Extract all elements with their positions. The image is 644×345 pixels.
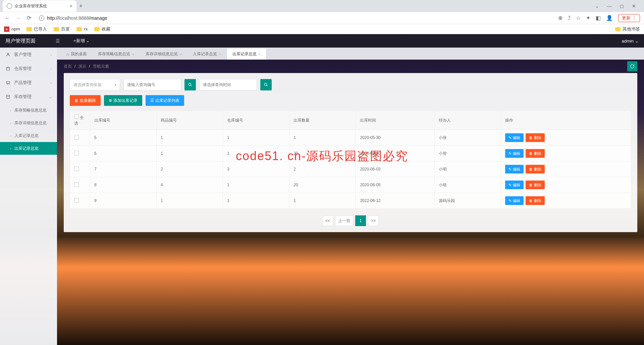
sidebar-sub-brief[interactable]: ›库存简略信息总览	[0, 104, 57, 117]
zoom-icon[interactable]: ⊕	[558, 15, 562, 21]
tab-brief[interactable]: 库存简略信息总览×	[93, 49, 140, 60]
filter-date[interactable]	[199, 79, 257, 90]
cell-productid: 1	[157, 130, 223, 146]
edit-button[interactable]: ✎ 编辑	[505, 149, 524, 158]
sidebar-sub-outbound[interactable]: ›出库记录总览	[0, 142, 57, 155]
delete-button[interactable]: 🗑 删除	[526, 196, 545, 205]
breadcrumb-item[interactable]: 导航元素	[93, 64, 109, 69]
dropdown-icon[interactable]: ⌄	[595, 3, 599, 9]
tab-inbound[interactable]: 入库记录总览×	[187, 49, 227, 60]
bookmark-rx[interactable]: rx	[76, 26, 88, 31]
caret-down-icon: ▾	[115, 83, 116, 87]
page-next[interactable]: >>	[368, 215, 379, 226]
delete-button[interactable]: 🗑 删除	[526, 181, 545, 189]
sidebar-sub-detail[interactable]: ›库存详细信息总览	[0, 117, 57, 129]
row-checkbox[interactable]	[74, 135, 79, 140]
chevron-right-icon: ›	[10, 147, 11, 150]
table-row: 841202020-06-05小组✎ 编辑🗑 删除	[70, 177, 631, 193]
page-prev[interactable]: 上一页	[335, 215, 353, 226]
cell-handler: 源码乐园	[434, 193, 501, 209]
sidebar-sub-inbound[interactable]: ›入库记录总览	[0, 129, 57, 142]
forward-button[interactable]: →	[15, 15, 21, 21]
bookmark-npm[interactable]: nnpm	[4, 26, 20, 32]
profile-icon[interactable]: 👤	[606, 15, 613, 21]
site-info-icon[interactable]: i	[39, 15, 44, 21]
sidepanel-icon[interactable]: ◧	[596, 15, 601, 21]
sidebar: 客户管理 ‹ 仓库管理 ‹ 产品管理 ‹ 库存管理 ⌄ ›库存简略信息总览 ›库…	[0, 48, 57, 345]
delete-button[interactable]: 🗑 删除	[526, 165, 545, 174]
close-tab-icon[interactable]: ×	[70, 3, 72, 9]
star-icon[interactable]: ☆	[576, 15, 581, 21]
reload-button[interactable]: ⟳	[25, 15, 32, 21]
chevron-down-icon: ⌄	[86, 38, 90, 43]
svg-point-2	[7, 84, 7, 84]
main-content: ⌂我的桌面 库存简略信息总览× 库存详细信息总览× 入库记录总览× 出库记录总览…	[57, 48, 644, 345]
refresh-button[interactable]	[627, 61, 637, 71]
close-tab-icon[interactable]: ×	[259, 52, 261, 56]
table-body: 51112020-05-30小张✎ 编辑🗑 删除611202020-05-30小…	[70, 130, 631, 209]
maximize-icon[interactable]: ◻	[620, 3, 624, 9]
sidebar-item-customer[interactable]: 客户管理 ‹	[0, 48, 57, 62]
bookmark-fav[interactable]: 收藏	[94, 26, 110, 32]
breadcrumb-item[interactable]: 首页	[64, 64, 72, 69]
filter-select[interactable]: 请选择查询依据▾	[70, 79, 120, 90]
row-checkbox[interactable]	[74, 182, 79, 187]
page-first[interactable]: <<	[322, 215, 333, 226]
row-checkbox[interactable]	[74, 151, 79, 155]
record-list-button[interactable]: ☰出库记录列表	[146, 95, 184, 106]
sidebar-sub-label: 入库记录总览	[14, 133, 39, 139]
bookmark-baidu[interactable]: 百度	[54, 26, 70, 32]
tab-desktop[interactable]: ⌂我的桌面	[61, 49, 93, 60]
cell-outid: 6	[90, 146, 157, 161]
edit-button[interactable]: ✎ 编辑	[505, 196, 524, 205]
sidebar-item-inventory[interactable]: 库存管理 ⌄	[0, 90, 57, 104]
close-tab-icon[interactable]: ×	[132, 52, 134, 56]
select-all-checkbox[interactable]	[74, 114, 79, 119]
batch-delete-button[interactable]: 🗑批量删除	[70, 95, 101, 106]
add-record-button[interactable]: ⊕添加出库记录	[104, 95, 142, 106]
delete-button[interactable]: 🗑 删除	[526, 133, 545, 142]
globe-icon	[7, 3, 12, 9]
page-current[interactable]: 1	[355, 215, 366, 226]
svg-point-5	[189, 83, 191, 85]
row-checkbox[interactable]	[74, 198, 79, 203]
sidebar-item-product[interactable]: 产品管理 ‹	[0, 76, 57, 90]
other-bookmarks[interactable]: 其他书签	[615, 26, 640, 32]
update-button[interactable]: 更新 ⋮	[618, 14, 640, 22]
close-window-icon[interactable]: ✕	[632, 3, 636, 9]
search-date-button[interactable]	[260, 79, 272, 90]
filter-input[interactable]	[123, 79, 181, 90]
breadcrumb-item[interactable]: 演示	[78, 64, 86, 69]
close-tab-icon[interactable]: ×	[219, 52, 221, 56]
url-bar[interactable]: i http://localhost:8888/manage	[36, 14, 554, 22]
hamburger-icon[interactable]: ☰	[56, 38, 60, 44]
sidebar-item-warehouse[interactable]: 仓库管理 ‹	[0, 62, 57, 76]
browser-tab[interactable]: 企业库存管理系统 ×	[3, 0, 76, 12]
chevron-left-icon: ‹	[51, 67, 52, 71]
svg-point-3	[9, 84, 9, 84]
cell-select	[70, 177, 90, 193]
col-time: 出库时间	[356, 111, 434, 130]
back-button[interactable]: ←	[4, 15, 11, 21]
edit-button[interactable]: ✎ 编辑	[505, 165, 524, 174]
chevron-down-icon: ⌄	[49, 95, 52, 99]
row-checkbox[interactable]	[74, 166, 79, 171]
bookmark-imported[interactable]: 已导入	[26, 26, 47, 32]
share-icon[interactable]: ⤴	[568, 15, 571, 21]
add-new-button[interactable]: +新增 ⌄	[73, 38, 90, 44]
search-button[interactable]	[184, 79, 196, 90]
edit-button[interactable]: ✎ 编辑	[505, 133, 524, 142]
tab-detail[interactable]: 库存详细信息总览×	[140, 49, 187, 60]
extensions-icon[interactable]: ✦	[586, 15, 590, 21]
delete-button[interactable]: 🗑 删除	[526, 149, 545, 158]
close-tab-icon[interactable]: ×	[180, 52, 182, 56]
user-menu[interactable]: admin ⌄	[622, 39, 639, 44]
cell-time: 2022-06-12	[356, 193, 434, 209]
browser-chrome: 企业库存管理系统 × + ⌄ — ◻ ✕ ← → ⟳ i http://loca…	[0, 0, 644, 34]
minimize-icon[interactable]: —	[607, 3, 612, 9]
new-tab-button[interactable]: +	[79, 3, 83, 10]
pencil-icon: ✎	[508, 136, 512, 140]
edit-button[interactable]: ✎ 编辑	[505, 181, 524, 189]
tab-outbound[interactable]: 出库记录总览×	[227, 49, 266, 60]
chevron-left-icon: ‹	[51, 53, 52, 57]
